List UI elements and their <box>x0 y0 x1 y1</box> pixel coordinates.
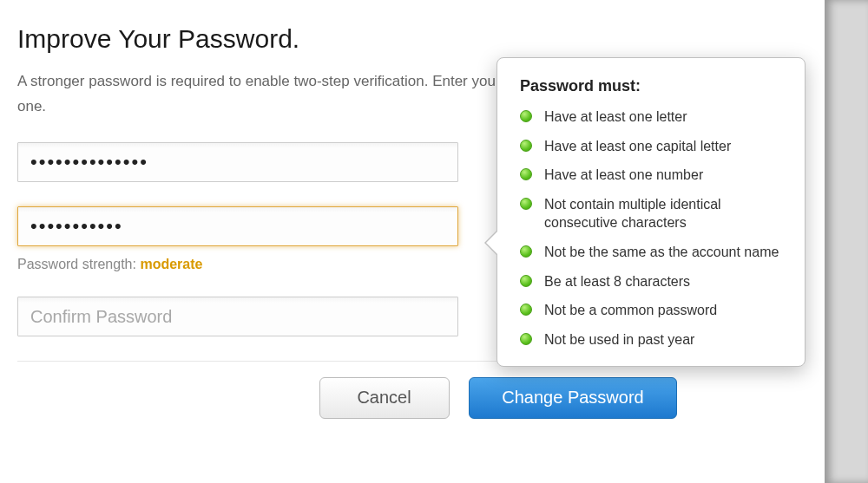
check-icon <box>520 245 532 258</box>
new-password-input[interactable] <box>17 206 458 246</box>
check-icon <box>520 333 532 345</box>
check-icon <box>520 140 532 152</box>
current-password-input[interactable] <box>17 142 458 182</box>
rule-item: Be at least 8 characters <box>520 272 787 291</box>
rule-item: Not be a common password <box>520 301 787 320</box>
rule-item: Not contain multiple identical consecuti… <box>520 195 787 232</box>
check-icon <box>520 275 532 287</box>
strength-label: Password strength: <box>17 257 140 271</box>
cancel-button[interactable]: Cancel <box>319 377 450 419</box>
rule-text: Not be the same as the account name <box>544 243 787 262</box>
rule-text: Be at least 8 characters <box>544 272 787 291</box>
rule-text: Have at least one number <box>544 166 787 185</box>
rule-text: Have at least one letter <box>544 108 787 127</box>
scrollbar[interactable] <box>825 0 868 483</box>
rule-list: Have at least one letter Have at least o… <box>520 108 787 349</box>
check-icon <box>520 304 532 316</box>
page-title: Improve Your Password. <box>17 24 781 54</box>
rule-item: Not be used in past year <box>520 330 787 349</box>
rule-text: Have at least one capital letter <box>544 137 787 156</box>
strength-value: moderate <box>140 257 202 271</box>
rule-item: Not be the same as the account name <box>520 243 787 262</box>
password-rules-tooltip: Password must: Have at least one letter … <box>496 57 806 367</box>
rule-text: Not be a common password <box>544 301 787 320</box>
check-icon <box>520 198 532 210</box>
confirm-password-input[interactable] <box>17 297 458 336</box>
check-icon <box>520 110 532 122</box>
rule-item: Have at least one number <box>520 166 787 185</box>
tooltip-title: Password must: <box>520 77 787 95</box>
rule-text: Not be used in past year <box>544 330 787 349</box>
rule-item: Have at least one letter <box>520 108 787 127</box>
rule-text: Not contain multiple identical consecuti… <box>544 195 787 232</box>
rule-item: Have at least one capital letter <box>520 137 787 156</box>
check-icon <box>520 168 532 180</box>
change-password-button[interactable]: Change Password <box>469 377 677 419</box>
